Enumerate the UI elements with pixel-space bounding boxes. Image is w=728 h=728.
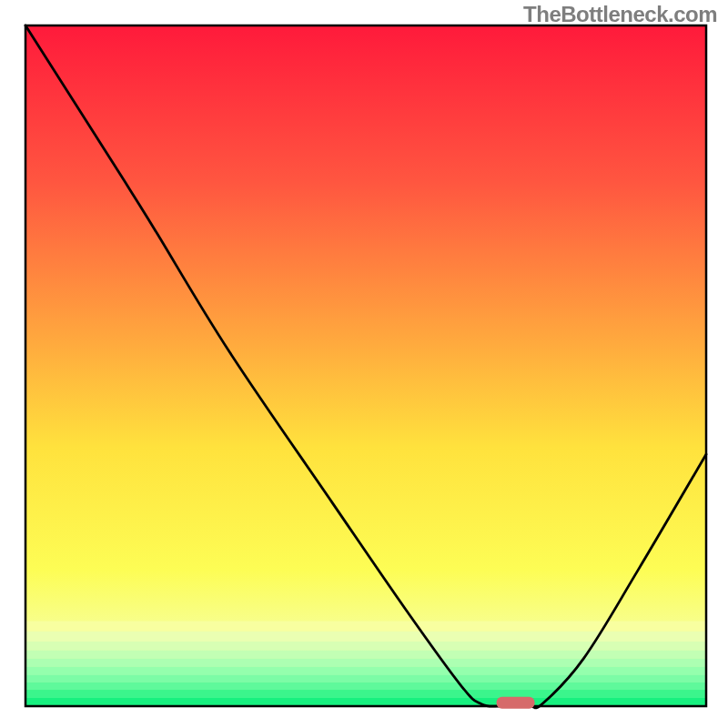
chart-gradient-background [25,25,706,706]
svg-rect-3 [25,651,706,659]
svg-rect-8 [25,690,706,698]
svg-rect-9 [25,698,706,706]
optimal-marker [497,697,535,709]
watermark-label: TheBottleneck.com [523,2,717,27]
svg-rect-2 [25,642,706,651]
chart-bottom-bands [25,622,706,707]
svg-rect-1 [25,632,706,642]
svg-rect-6 [25,675,706,682]
bottleneck-chart [0,0,728,728]
svg-rect-4 [25,659,706,667]
svg-rect-7 [25,682,706,690]
svg-rect-5 [25,667,706,675]
